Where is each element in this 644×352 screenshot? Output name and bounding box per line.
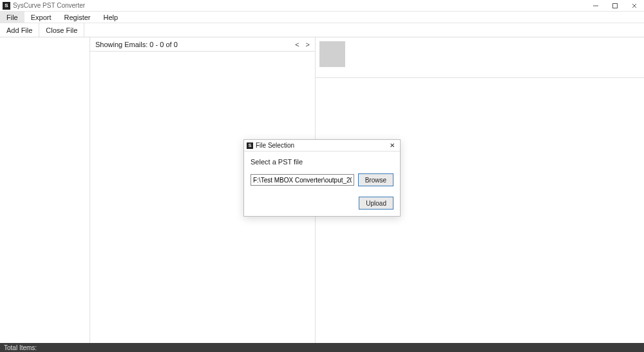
close-file-button[interactable]: Close File — [39, 23, 84, 37]
app-icon: S — [3, 2, 10, 10]
menu-item-register[interactable]: Register — [58, 12, 97, 23]
preview-thumbnail — [319, 41, 345, 67]
email-list-header: Showing Emails: 0 - 0 of 0 < > — [90, 37, 315, 52]
dialog-prompt: Select a PST file — [251, 158, 393, 166]
add-file-button[interactable]: Add File — [0, 23, 39, 37]
email-count-label: Showing Emails: 0 - 0 of 0 — [95, 41, 178, 48]
menu-item-help[interactable]: Help — [97, 12, 125, 23]
statusbar-text: Total Items: — [4, 344, 37, 351]
upload-button[interactable]: Upload — [359, 197, 393, 210]
pager-prev-button[interactable]: < — [295, 41, 299, 48]
menubar: File Export Register Help — [0, 12, 644, 23]
close-icon[interactable] — [625, 0, 644, 12]
dialog-titlebar: S File Selection ✕ — [244, 140, 400, 152]
menu-item-export[interactable]: Export — [24, 12, 58, 23]
window-controls — [586, 0, 644, 12]
tree-pane — [0, 37, 90, 343]
menu-item-file[interactable]: File — [0, 12, 24, 23]
toolbar: Add File Close File — [0, 23, 644, 37]
maximize-icon[interactable] — [605, 0, 625, 12]
titlebar: S SysCurve PST Converter — [0, 0, 644, 12]
preview-divider — [316, 77, 644, 78]
file-path-row: Browse — [251, 173, 393, 186]
window-title: SysCurve PST Converter — [13, 2, 85, 9]
file-selection-dialog: S File Selection ✕ Select a PST file Bro… — [243, 139, 401, 217]
dialog-footer: Upload — [244, 191, 400, 216]
minimize-icon[interactable] — [586, 0, 605, 12]
dialog-app-icon: S — [247, 142, 253, 149]
svg-rect-1 — [613, 3, 618, 8]
dialog-title-text: File Selection — [256, 142, 294, 149]
file-path-input[interactable] — [251, 174, 354, 186]
statusbar: Total Items: — [0, 343, 644, 352]
dialog-body: Select a PST file Browse — [244, 152, 400, 191]
pager: < > — [295, 41, 310, 48]
pager-next-button[interactable]: > — [306, 41, 310, 48]
browse-button[interactable]: Browse — [358, 173, 393, 186]
dialog-close-button[interactable]: ✕ — [387, 142, 397, 149]
